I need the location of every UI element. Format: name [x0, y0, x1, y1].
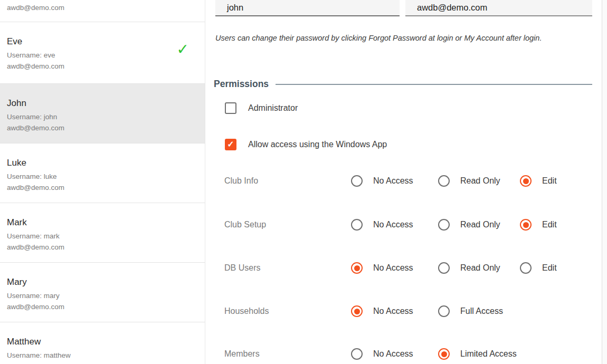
check-icon: ✓ — [227, 139, 234, 150]
user-username: Username: eve — [7, 50, 196, 61]
user-email: awdb@demo.com — [7, 361, 196, 364]
radio-option[interactable]: Read Only — [438, 175, 500, 187]
user-email: awdb@demo.com — [7, 182, 196, 193]
unselected-radio[interactable] — [438, 262, 450, 274]
permission-row-label: Members — [224, 348, 260, 360]
permissions-heading: Permissions — [214, 79, 269, 90]
email-field[interactable]: awdb@demo.com — [405, 0, 592, 16]
email-value: awdb@demo.com — [417, 1, 487, 14]
user-username: Username: mary — [7, 290, 196, 301]
user-email: awdb@demo.com — [7, 301, 196, 312]
user-list-item-partial[interactable]: awdb@demo.com — [0, 0, 205, 22]
radio-option-label: Edit — [542, 262, 557, 274]
verified-check-icon: ✓ — [177, 42, 189, 57]
permission-row-label: DB Users — [224, 262, 260, 274]
username-field[interactable]: john — [215, 0, 400, 16]
radio-option[interactable]: No Access — [351, 305, 413, 317]
password-note: Users can change their password by click… — [215, 31, 591, 46]
unselected-radio[interactable] — [520, 262, 532, 274]
user-list-item[interactable]: MatthewUsername: matthewawdb@demo.com — [0, 322, 205, 364]
permissions-section-header: Permissions — [214, 79, 592, 90]
scrollbar-gutter[interactable] — [602, 0, 607, 364]
permission-row: Club SetupNo AccessRead OnlyEdit — [224, 219, 602, 231]
user-name: Eve — [7, 35, 196, 47]
radio-option[interactable]: Read Only — [438, 219, 500, 231]
radio-option[interactable]: Edit — [520, 175, 557, 187]
user-username: Username: john — [7, 111, 196, 122]
unselected-radio[interactable] — [351, 219, 363, 231]
radio-option-label: Full Access — [460, 305, 503, 317]
checked-checkbox[interactable]: ✓ — [225, 139, 236, 150]
user-name: Mark — [7, 216, 196, 228]
radio-option-label: Edit — [542, 175, 557, 187]
radio-option-label: Edit — [542, 219, 557, 231]
user-email: awdb@demo.com — [7, 242, 196, 253]
radio-option-label: No Access — [373, 348, 413, 360]
radio-option[interactable]: Full Access — [438, 305, 503, 317]
user-list-item[interactable]: MarkUsername: markawdb@demo.com — [0, 203, 205, 263]
unselected-radio[interactable] — [438, 219, 450, 231]
username-value: john — [227, 1, 243, 14]
radio-option[interactable]: No Access — [351, 262, 413, 274]
radio-option-label: Limited Access — [460, 348, 517, 360]
user-list-item[interactable]: JohnUsername: johnawdb@demo.com — [0, 84, 205, 143]
unselected-radio[interactable] — [351, 348, 363, 360]
user-username: Username: mark — [7, 231, 196, 242]
checkbox-label: Allow access using the Windows App — [248, 140, 387, 149]
radio-option[interactable]: No Access — [351, 175, 413, 187]
selected-radio[interactable] — [520, 175, 532, 187]
radio-option-label: Read Only — [460, 219, 500, 231]
user-list: EveUsername: eveawdb@demo.com✓JohnUserna… — [0, 22, 205, 364]
user-list-sidebar: awdb@demo.com EveUsername: eveawdb@demo.… — [0, 0, 205, 364]
user-name: John — [7, 97, 196, 109]
user-email: awdb@demo.com — [7, 2, 196, 13]
radio-option-label: No Access — [373, 175, 413, 187]
radio-option[interactable]: No Access — [351, 348, 413, 360]
radio-option-label: No Access — [373, 219, 413, 231]
user-name: Mary — [7, 276, 196, 288]
user-detail-panel: john awdb@demo.com Users can change thei… — [206, 0, 607, 364]
permission-checkbox-row: Administrator — [225, 102, 298, 114]
radio-option-label: No Access — [373, 262, 413, 274]
user-list-item[interactable]: LukeUsername: lukeawdb@demo.com — [0, 143, 205, 203]
radio-option[interactable]: No Access — [351, 219, 413, 231]
permission-row: DB UsersNo AccessRead OnlyEdit — [224, 262, 602, 274]
section-divider — [276, 84, 592, 85]
permission-checkbox-row: ✓Allow access using the Windows App — [225, 139, 387, 150]
permission-row-label: Club Setup — [224, 219, 266, 231]
radio-option[interactable]: Limited Access — [438, 348, 517, 360]
radio-option-label: Read Only — [460, 175, 500, 187]
unselected-radio[interactable] — [438, 175, 450, 187]
user-username: Username: matthew — [7, 350, 196, 361]
panel-right-border — [602, 0, 602, 364]
user-username: Username: luke — [7, 171, 196, 182]
selected-radio[interactable] — [351, 262, 363, 274]
radio-option-label: No Access — [373, 305, 413, 317]
checkbox-label: Administrator — [248, 103, 298, 113]
radio-option[interactable]: Read Only — [438, 262, 500, 274]
permission-row: HouseholdsNo AccessFull Access — [224, 305, 602, 317]
radio-option[interactable]: Edit — [520, 262, 557, 274]
unselected-radio[interactable] — [438, 305, 450, 317]
user-management-screen: awdb@demo.com EveUsername: eveawdb@demo.… — [0, 0, 607, 364]
radio-option-label: Read Only — [460, 262, 500, 274]
permission-row: Club InfoNo AccessRead OnlyEdit — [224, 175, 602, 187]
unselected-radio[interactable] — [351, 175, 363, 187]
user-name: Luke — [7, 157, 196, 169]
user-email: awdb@demo.com — [7, 61, 196, 72]
selected-radio[interactable] — [438, 348, 450, 360]
user-list-item[interactable]: MaryUsername: maryawdb@demo.com — [0, 263, 205, 322]
unchecked-checkbox[interactable] — [225, 102, 236, 114]
permission-row-label: Club Info — [224, 175, 258, 187]
permission-row-label: Households — [224, 305, 269, 317]
user-list-item[interactable]: EveUsername: eveawdb@demo.com✓ — [0, 22, 205, 84]
user-name: Matthew — [7, 336, 196, 348]
selected-radio[interactable] — [520, 219, 532, 231]
selected-radio[interactable] — [351, 305, 363, 317]
user-email: awdb@demo.com — [7, 122, 196, 133]
permission-row: MembersNo AccessLimited Access — [224, 348, 602, 360]
radio-option[interactable]: Edit — [520, 219, 557, 231]
